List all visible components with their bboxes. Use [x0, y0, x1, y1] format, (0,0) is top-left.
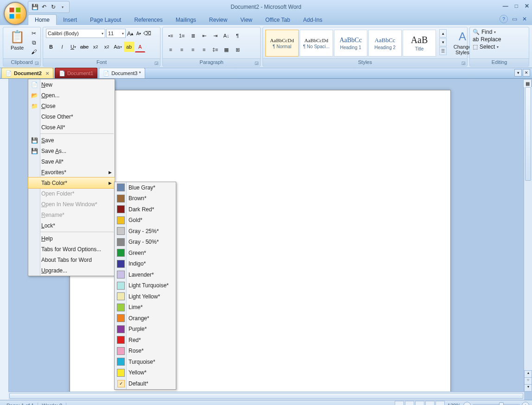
shading-button[interactable]: ▦ [221, 44, 231, 55]
close-ribbon-icon[interactable]: ✕ [521, 15, 528, 23]
color-item-red[interactable]: Red* [115, 335, 176, 346]
outline-view[interactable] [425, 401, 435, 405]
select-button[interactable]: ⬚Select▾ [473, 44, 499, 50]
menu-item-save-as[interactable]: 💾Save As... [28, 146, 115, 156]
sort-button[interactable]: A↓ [221, 31, 231, 41]
color-item-yellow[interactable]: Yellow* [115, 367, 176, 379]
vertical-scrollbar[interactable] [524, 87, 532, 392]
align-right-button[interactable]: ≡ [188, 44, 198, 55]
color-item-lavender[interactable]: Lavender* [115, 269, 176, 280]
status-words[interactable]: Words: 0 [38, 403, 66, 405]
superscript-button[interactable]: x2 [102, 42, 112, 52]
color-item-dark-red[interactable]: Dark Red* [115, 204, 176, 215]
align-center-button[interactable]: ≡ [177, 44, 187, 55]
show-marks-button[interactable]: ¶ [232, 31, 243, 41]
ruler-toggle[interactable]: ▦ [523, 79, 532, 88]
color-item-lime[interactable]: Lime* [115, 302, 176, 313]
color-item-light-turquoise[interactable]: Light Turquoise* [115, 280, 176, 291]
shrink-font-icon[interactable]: A▾ [135, 30, 142, 37]
tab-list-dropdown[interactable]: ▾ [514, 69, 522, 76]
style-heading1[interactable]: AaBbCcHeading 1 [334, 30, 367, 57]
ribbon-tab-insert[interactable]: Insert [57, 15, 83, 25]
doc-tab-document2[interactable]: 📄 Document2 ✕ [1, 68, 53, 78]
ribbon-tab-office-tab[interactable]: Office Tab [259, 15, 297, 25]
color-item-green[interactable]: Green* [115, 247, 176, 259]
strike-button[interactable]: abe [79, 42, 90, 52]
color-item-light-yellow[interactable]: Light Yellow* [115, 291, 176, 302]
color-item-default[interactable]: ✓Default* [115, 378, 176, 389]
bullets-button[interactable]: •≡ [166, 31, 176, 41]
clipboard-launcher-icon[interactable]: ◲ [35, 61, 39, 65]
color-item-orange[interactable]: Orange* [115, 313, 176, 324]
minimize-button[interactable]: — [503, 3, 508, 9]
font-launcher-icon[interactable]: ◲ [154, 61, 159, 65]
underline-button[interactable]: U▾ [68, 42, 78, 52]
styles-launcher-icon[interactable]: ◲ [461, 61, 466, 65]
styles-down-icon[interactable]: ▾ [439, 38, 447, 46]
ribbon-tab-mailings[interactable]: Mailings [169, 15, 203, 25]
font-color-button[interactable]: A [135, 42, 145, 52]
color-item-gray[interactable]: Gray - 25%* [115, 226, 176, 237]
zoom-in-button[interactable]: + [522, 402, 529, 405]
font-size-select[interactable]: 11▾ [106, 29, 126, 38]
grow-font-icon[interactable]: A▴ [127, 30, 134, 37]
change-case-button[interactable]: Aa▾ [113, 42, 123, 52]
color-item-gray[interactable]: Gray - 50%* [115, 237, 176, 248]
print-layout-view[interactable] [395, 401, 404, 405]
menu-item-help[interactable]: Help [28, 233, 115, 244]
menu-item-close-all[interactable]: Close All* [28, 122, 115, 133]
multilevel-button[interactable]: ≣ [188, 31, 198, 41]
subscript-button[interactable]: x2 [90, 42, 101, 52]
color-item-purple[interactable]: Purple* [115, 324, 176, 335]
web-layout-view[interactable] [415, 401, 424, 405]
italic-button[interactable]: I [57, 42, 67, 52]
horizontal-scrollbar[interactable] [8, 392, 524, 400]
browse-object-icon[interactable]: ○ [524, 377, 532, 385]
draft-view[interactable] [436, 401, 445, 405]
color-item-brown[interactable]: Brown* [115, 193, 176, 204]
find-button[interactable]: 🔍Find▾ [473, 29, 496, 35]
clear-format-icon[interactable]: ⌫ [143, 30, 151, 37]
color-item-blue-gray[interactable]: Blue Gray* [115, 182, 176, 193]
maximize-button[interactable]: □ [515, 3, 518, 9]
help-icon[interactable]: ? [500, 15, 508, 23]
doc-tab-document1[interactable]: 📄 Document1 [55, 68, 97, 78]
close-tab-icon[interactable]: ✕ [45, 71, 49, 76]
menu-item-close[interactable]: 📁Close [28, 101, 115, 111]
close-button[interactable]: ✕ [525, 3, 529, 9]
menu-item-lock[interactable]: Lock* [28, 220, 115, 231]
paste-button[interactable]: 📋 Paste [6, 29, 28, 60]
styles-expand-icon[interactable]: ☰ [439, 47, 447, 55]
ribbon-tab-page-layout[interactable]: Page Layout [83, 15, 128, 25]
cut-icon[interactable]: ✂ [30, 30, 38, 37]
tab-close-all[interactable]: ✕ [523, 69, 530, 76]
style-normal[interactable]: AaBbCcDd¶ Normal [265, 30, 299, 57]
borders-button[interactable]: ⊞ [232, 44, 243, 55]
office-button[interactable] [4, 2, 27, 25]
indent-right-button[interactable]: ⇥ [210, 31, 220, 41]
format-painter-icon[interactable]: 🖌 [30, 48, 38, 56]
menu-item-tabs-for-word-options[interactable]: Tabs for Word Options... [28, 244, 115, 254]
color-item-gold[interactable]: Gold* [115, 215, 176, 226]
indent-left-button[interactable]: ⇤ [199, 31, 209, 41]
highlight-button[interactable]: ab [124, 42, 134, 52]
menu-item-save[interactable]: 💾Save [28, 135, 115, 146]
menu-item-open[interactable]: 📂Open... [28, 90, 115, 101]
ribbon-tab-view[interactable]: View [234, 15, 259, 25]
copy-icon[interactable]: ⧉ [30, 39, 38, 46]
menu-item-favorites[interactable]: Favorites*▶ [28, 167, 115, 177]
font-name-select[interactable]: Calibri (Body)▾ [46, 29, 105, 38]
menu-item-close-other[interactable]: Close Other* [28, 111, 115, 122]
style-heading2[interactable]: AaBbCcHeading 2 [368, 30, 402, 57]
browse-down-icon[interactable]: ▾ [524, 384, 532, 392]
full-screen-view[interactable] [405, 401, 414, 405]
style-no-spacing[interactable]: AaBbCcDd¶ No Spaci... [300, 30, 333, 57]
justify-button[interactable]: ≡ [199, 44, 209, 55]
line-spacing-button[interactable]: ‡≡ [210, 44, 220, 55]
menu-item-about-tabs-for-word[interactable]: About Tabs for Word [28, 254, 115, 265]
browse-up-icon[interactable]: ▴ [524, 370, 532, 378]
status-page[interactable]: Page: 1 of 1 [3, 403, 38, 405]
zoom-level[interactable]: 130% [448, 403, 461, 405]
zoom-out-button[interactable]: − [463, 402, 471, 405]
align-left-button[interactable]: ≡ [166, 44, 176, 55]
